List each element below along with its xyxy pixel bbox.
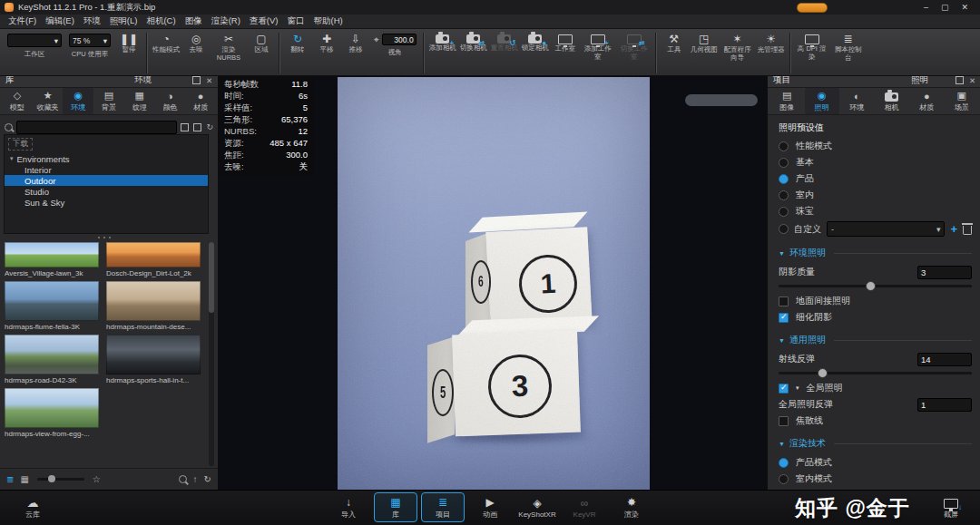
collapse-icon[interactable]: ▼ bbox=[779, 441, 785, 447]
sync-icon[interactable]: ↻ bbox=[204, 474, 211, 484]
filter-icon[interactable] bbox=[181, 123, 189, 131]
maximize-button[interactable]: ▢ bbox=[941, 3, 949, 12]
preset-radio-0[interactable]: 性能模式 bbox=[779, 138, 972, 154]
delete-preset-icon[interactable] bbox=[963, 226, 972, 235]
tree-item-interior[interactable]: Interior bbox=[5, 164, 208, 175]
list-view-icon[interactable]: ≣ bbox=[6, 474, 14, 484]
library-tab-favorites[interactable]: ★收藏夹 bbox=[33, 88, 64, 114]
toolbar-button-wizard[interactable]: ✶配置程序向导 bbox=[720, 31, 756, 62]
technique-radio-0[interactable]: 产品模式 bbox=[779, 454, 972, 471]
preset-radio-3[interactable]: 室内 bbox=[779, 187, 972, 203]
environment-thumbnail[interactable]: hdrmaps-flume-fella-3K bbox=[5, 281, 99, 331]
collapse-icon[interactable]: ▼ bbox=[779, 250, 785, 257]
tree-item-environments[interactable]: ▾ Environments bbox=[5, 153, 208, 164]
upload-icon[interactable]: ↑ bbox=[193, 474, 198, 484]
menu-item[interactable]: 文件(F) bbox=[4, 15, 41, 27]
section-general-lighting[interactable]: ▼ 通用照明 bbox=[779, 334, 972, 346]
dock-item-library[interactable]: ▦库 bbox=[374, 492, 417, 522]
library-tab-model[interactable]: ◇模型 bbox=[2, 88, 33, 114]
library-tab-environment[interactable]: ◉环境 bbox=[63, 88, 93, 114]
library-tab-material[interactable]: ●材质 bbox=[185, 88, 216, 114]
close-button[interactable]: ✕ bbox=[961, 3, 968, 12]
preset-radio-4[interactable]: 珠宝 bbox=[779, 203, 972, 219]
toolbar-button-pan[interactable]: ✚平移 bbox=[312, 31, 341, 54]
dock-item-project[interactable]: ≣项目 bbox=[421, 492, 465, 522]
toolbar-button-dolly[interactable]: ⇩推移 bbox=[341, 31, 370, 54]
global-illumination-checkbox[interactable]: ▾ 全局照明 bbox=[779, 380, 972, 396]
preset-radio-2[interactable]: 产品 bbox=[779, 170, 972, 187]
toolbar-button-camera-switch[interactable]: ⇄切换相机 bbox=[458, 31, 489, 53]
toolbar-button-tools[interactable]: ⚒工具 bbox=[660, 31, 689, 62]
dock-item-xr[interactable]: ◈KeyShotXR bbox=[515, 492, 559, 522]
tree-item-studio[interactable]: Studio bbox=[5, 186, 208, 197]
gi-expander-icon[interactable]: ▾ bbox=[796, 384, 799, 392]
library-tab-color[interactable]: ◑颜色 bbox=[155, 88, 186, 114]
toolbar-button-hidpi[interactable]: 高 DPI 渲染 bbox=[794, 31, 830, 62]
toolbar-button-camera-reset[interactable]: ↺重置相机 bbox=[489, 31, 520, 53]
environment-thumbnail[interactable]: hdrmaps-mountain-dese... bbox=[106, 281, 201, 331]
library-scrollbar[interactable] bbox=[209, 242, 214, 466]
add-preset-button[interactable]: + bbox=[950, 225, 957, 234]
toolbar-button-light-manager[interactable]: ☀光管理器 bbox=[756, 31, 787, 62]
realtime-viewport[interactable]: 每秒帧数11.8时间:6s采样值:5三角形:65,376NURBS:12资源:4… bbox=[218, 73, 767, 490]
ray-bounces-input[interactable] bbox=[917, 353, 972, 366]
zoom-search-icon[interactable] bbox=[179, 475, 187, 483]
close-panel-icon[interactable]: ✕ bbox=[206, 76, 212, 85]
fov-input[interactable] bbox=[382, 34, 416, 45]
library-tab-texture[interactable]: ▦纹理 bbox=[124, 88, 155, 114]
menu-item[interactable]: 查看(V) bbox=[245, 15, 283, 27]
refine-shadows-checkbox[interactable]: 细化阴影 bbox=[779, 309, 972, 326]
shadow-quality-input[interactable] bbox=[917, 266, 972, 279]
toolbar-button-region[interactable]: ▢区域 bbox=[247, 31, 276, 62]
cpu-dropdown[interactable]: 75 %▾ bbox=[69, 34, 111, 47]
tree-item-sun-sky[interactable]: Sun & Sky bbox=[5, 197, 208, 208]
library-tab-backplate[interactable]: ▤背景 bbox=[93, 88, 124, 114]
project-tab-image[interactable]: ▤图像 bbox=[769, 88, 805, 114]
menu-item[interactable]: 渲染(R) bbox=[207, 15, 245, 27]
dock-item-render[interactable]: ✸渲染 bbox=[610, 492, 653, 522]
caustics-checkbox[interactable]: 焦散线 bbox=[779, 413, 972, 429]
favorite-icon[interactable]: ☆ bbox=[93, 474, 101, 484]
environment-thumbnail[interactable]: Dosch-Design_Dirt-Lot_2k bbox=[106, 242, 201, 277]
toolbar-button-studio[interactable]: 工作室 bbox=[551, 31, 580, 61]
folder-view-icon[interactable] bbox=[193, 123, 201, 131]
environment-thumbnail[interactable]: Aversis_Village-lawn_3k bbox=[5, 242, 99, 277]
toolbar-button-pause[interactable]: ❚❚暂停 bbox=[114, 31, 143, 54]
menu-item[interactable]: 窗口 bbox=[283, 15, 309, 27]
toolbar-button-gauge[interactable]: ◔性能模式 bbox=[151, 31, 181, 62]
custom-preset-dropdown[interactable]: -▾ bbox=[827, 221, 945, 237]
shadow-quality-slider[interactable] bbox=[779, 281, 972, 290]
section-render-technique[interactable]: ▼ 渲染技术 bbox=[779, 437, 972, 450]
project-tab-material2[interactable]: ●材质 bbox=[909, 88, 945, 114]
section-environment-lighting[interactable]: ▼ 环境照明 bbox=[779, 247, 972, 259]
dock-item-cloud-library[interactable]: ☁ 云库 bbox=[9, 492, 56, 522]
gi-bounces-input[interactable] bbox=[917, 398, 972, 412]
project-tab-camera-tab[interactable]: 相机 bbox=[875, 88, 910, 114]
dock-item-vr[interactable]: ∞KeyVR bbox=[563, 492, 606, 522]
ground-indirect-checkbox[interactable]: 地面间接照明 bbox=[779, 293, 972, 309]
toolbar-button-studio-switch[interactable]: ⇄切换工作室 bbox=[616, 31, 652, 61]
toolbar-button-camera-add[interactable]: +添加相机 bbox=[427, 31, 458, 53]
dock-item-screenshot[interactable]: ↓ 截屏 bbox=[927, 492, 975, 522]
environment-thumbnail[interactable]: hdrmaps-view-from-egg-... bbox=[5, 388, 99, 438]
toolbar-button-studio-add[interactable]: +添加工作室 bbox=[580, 31, 616, 61]
project-tab-environment2[interactable]: ◐环境 bbox=[839, 88, 875, 114]
environment-thumbnail[interactable]: hdrmaps-sports-hall-in-t... bbox=[106, 335, 201, 384]
menu-item[interactable]: 环境 bbox=[79, 15, 105, 27]
workspace-dropdown[interactable]: ▾ bbox=[7, 34, 62, 47]
menu-item[interactable]: 图像 bbox=[181, 15, 207, 27]
toolbar-button-flip[interactable]: ↻翻转 bbox=[283, 31, 312, 54]
expander-icon[interactable]: ▾ bbox=[10, 155, 14, 162]
menu-item[interactable]: 照明(L) bbox=[105, 15, 142, 27]
ray-bounces-slider[interactable] bbox=[779, 368, 972, 377]
grid-view-icon[interactable]: ▦ bbox=[20, 474, 28, 484]
tree-item-outdoor[interactable]: Outdoor bbox=[5, 175, 208, 186]
project-tab-scene[interactable]: ▣场景 bbox=[945, 88, 980, 114]
menu-item[interactable]: 相机(C) bbox=[142, 15, 180, 27]
thumbnail-size-slider[interactable] bbox=[37, 478, 84, 481]
toolbar-button-camera-lock[interactable]: ●锁定相机 bbox=[520, 31, 551, 53]
search-input[interactable] bbox=[16, 121, 177, 134]
toolbar-button-geometry[interactable]: ◳几何视图 bbox=[689, 31, 720, 62]
tree-hint-downloads[interactable]: 下载 bbox=[8, 138, 33, 151]
dock-panel-icon[interactable] bbox=[192, 76, 201, 84]
